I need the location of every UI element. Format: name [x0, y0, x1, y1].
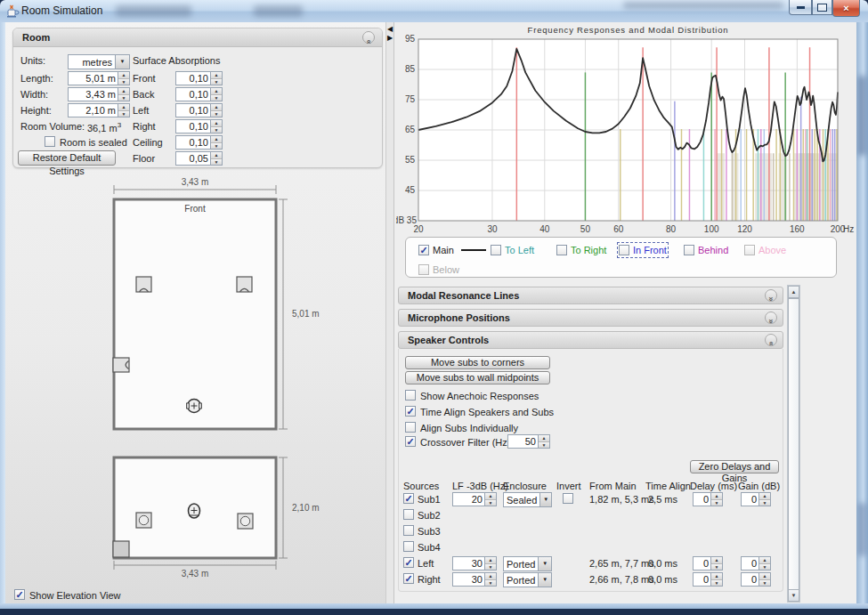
- source-checkbox-right[interactable]: ✓: [403, 573, 414, 584]
- spinner-up-icon[interactable]: ▲: [759, 493, 770, 500]
- room-is-sealed-checkbox[interactable]: [45, 136, 55, 147]
- scroll-up-button[interactable]: ▲: [788, 286, 799, 298]
- frequency-response-chart[interactable]: Frequency Responses and Modal Distributi…: [396, 25, 856, 240]
- legend-item-in-front[interactable]: In Front: [619, 244, 667, 256]
- spinner-down-icon[interactable]: ▼: [211, 143, 222, 150]
- absorption-spinner-left[interactable]: 0,10▲▼: [175, 103, 223, 117]
- source-checkbox-sub3[interactable]: [403, 525, 414, 536]
- spinner-up-icon[interactable]: ▲: [711, 557, 722, 564]
- absorption-spinner-ceiling[interactable]: 0,10▲▼: [175, 135, 223, 150]
- speaker-checkbox-time-align-speakers-and-subs[interactable]: ✓: [405, 406, 416, 417]
- left-speaker-elevation[interactable]: [136, 513, 151, 528]
- spinner-up-icon[interactable]: ▲: [211, 120, 222, 127]
- section-microphone-positions[interactable]: Microphone Positions »: [398, 309, 783, 327]
- source-checkbox-sub1[interactable]: ✓: [403, 493, 414, 504]
- scroll-down-button[interactable]: ▼: [788, 589, 799, 602]
- collapse-left-icon[interactable]: ◀: [387, 26, 393, 33]
- legend-checkbox-behind[interactable]: [684, 245, 694, 255]
- room-panel-header[interactable]: Room »: [13, 28, 382, 47]
- legend-checkbox-to-right[interactable]: [556, 245, 567, 255]
- legend-checkbox-below[interactable]: [418, 264, 429, 275]
- spinner-up-icon[interactable]: ▲: [211, 104, 222, 111]
- spinner-up-icon[interactable]: ▲: [211, 136, 222, 143]
- spinner-up-icon[interactable]: ▲: [711, 573, 722, 580]
- spinner-down-icon[interactable]: ▼: [759, 580, 770, 587]
- spinner-up-icon[interactable]: ▲: [711, 493, 722, 500]
- spinner-up-icon[interactable]: ▲: [539, 435, 549, 442]
- section-modal-resonance-lines[interactable]: Modal Resonance Lines »: [398, 287, 783, 304]
- maximize-button[interactable]: [812, 0, 832, 15]
- legend-item-above[interactable]: Above: [744, 244, 786, 256]
- invert-checkbox-sub1[interactable]: [563, 493, 573, 504]
- spinner-up-icon[interactable]: ▲: [211, 72, 222, 79]
- spinner-up-icon[interactable]: ▲: [759, 573, 770, 580]
- minimize-button[interactable]: [789, 0, 812, 15]
- spinner-up-icon[interactable]: ▲: [485, 557, 496, 564]
- restore-default-settings-button[interactable]: Restore Default Settings: [18, 150, 116, 166]
- absorption-spinner-right[interactable]: 0,10▲▼: [175, 119, 223, 134]
- enclosure-select-left[interactable]: Ported▼: [503, 556, 552, 571]
- crossover-frequency-spinner[interactable]: 50▲▼: [507, 434, 550, 449]
- pane-splitter[interactable]: ◀ ▶: [385, 22, 394, 603]
- absorption-spinner-floor[interactable]: 0,05▲▼: [175, 151, 223, 166]
- right-pane-scrollbar[interactable]: ▲ ▼: [787, 285, 800, 603]
- spinner-down-icon[interactable]: ▼: [711, 580, 722, 587]
- left-speaker-top-view[interactable]: [136, 277, 151, 292]
- room-dim-spinner-length[interactable]: 5,01 m▲▼: [68, 71, 130, 85]
- expand-section-button[interactable]: »: [765, 312, 777, 324]
- show-elevation-view-checkbox[interactable]: ✓: [14, 589, 25, 600]
- spinner-up-icon[interactable]: ▲: [118, 88, 129, 95]
- legend-item-to-right[interactable]: To Right: [556, 244, 606, 256]
- lf-cutoff-spinner-right[interactable]: 30▲▼: [452, 572, 497, 587]
- spinner-down-icon[interactable]: ▼: [211, 111, 222, 117]
- spinner-down-icon[interactable]: ▼: [485, 580, 496, 587]
- legend-checkbox-main[interactable]: ✓: [418, 245, 429, 255]
- spinner-down-icon[interactable]: ▼: [485, 500, 496, 506]
- spinner-up-icon[interactable]: ▲: [485, 493, 496, 500]
- enclosure-select-sub1[interactable]: Sealed▼: [503, 492, 552, 507]
- spinner-down-icon[interactable]: ▼: [759, 500, 770, 506]
- absorption-spinner-front[interactable]: 0,10▲▼: [175, 71, 223, 85]
- legend-checkbox-to-left[interactable]: [491, 245, 501, 255]
- spinner-down-icon[interactable]: ▼: [211, 95, 222, 101]
- spinner-up-icon[interactable]: ▲: [118, 72, 129, 79]
- spinner-down-icon[interactable]: ▼: [711, 564, 722, 570]
- legend-item-main[interactable]: ✓Main: [418, 244, 486, 256]
- scrollbar-thumb[interactable]: [788, 298, 799, 590]
- delay-spinner-sub1[interactable]: 0▲▼: [693, 492, 723, 506]
- spinner-up-icon[interactable]: ▲: [118, 104, 129, 111]
- spinner-down-icon[interactable]: ▼: [711, 500, 722, 506]
- spinner-down-icon[interactable]: ▼: [539, 442, 549, 449]
- crossover-filter-checkbox[interactable]: ✓: [405, 436, 416, 447]
- spinner-down-icon[interactable]: ▼: [211, 127, 222, 134]
- source-checkbox-left[interactable]: ✓: [403, 557, 414, 568]
- source-checkbox-sub2[interactable]: [403, 509, 414, 520]
- expand-section-button[interactable]: »: [765, 289, 777, 302]
- source-checkbox-sub4[interactable]: [403, 541, 414, 552]
- spinner-down-icon[interactable]: ▼: [211, 159, 222, 166]
- spinner-down-icon[interactable]: ▼: [118, 79, 129, 85]
- gain-spinner-left[interactable]: 0▲▼: [741, 556, 771, 570]
- room-dim-spinner-height[interactable]: 2,10 m▲▼: [68, 103, 130, 117]
- speaker-checkbox-align-subs-individually[interactable]: [405, 422, 416, 433]
- speaker-checkbox-show-anechoic-responses[interactable]: [405, 390, 416, 401]
- legend-item-below[interactable]: Below: [418, 263, 459, 276]
- move-subs-to-wall-midpoints-button[interactable]: Move subs to wall midpoints: [405, 371, 550, 384]
- absorption-spinner-back[interactable]: 0,10▲▼: [175, 87, 223, 101]
- move-subs-to-corners-button[interactable]: Move subs to corners: [405, 356, 550, 369]
- sub1-top-view[interactable]: [113, 358, 129, 372]
- lf-cutoff-spinner-left[interactable]: 30▲▼: [452, 556, 497, 570]
- gain-spinner-right[interactable]: 0▲▼: [741, 572, 771, 587]
- legend-checkbox-above[interactable]: [744, 245, 755, 255]
- right-speaker-elevation[interactable]: [238, 514, 253, 529]
- delay-spinner-right[interactable]: 0▲▼: [693, 572, 723, 587]
- delay-spinner-left[interactable]: 0▲▼: [693, 556, 723, 570]
- section-speaker-controls[interactable]: Speaker Controls »: [398, 331, 783, 349]
- collapse-room-button[interactable]: »: [362, 31, 375, 44]
- spinner-up-icon[interactable]: ▲: [759, 557, 770, 564]
- close-button[interactable]: ×: [832, 0, 860, 17]
- lf-cutoff-spinner-sub1[interactable]: 20▲▼: [452, 492, 497, 506]
- collapse-section-button[interactable]: »: [765, 334, 777, 346]
- collapse-right-icon[interactable]: ▶: [387, 35, 393, 42]
- listener-top-view[interactable]: [187, 400, 202, 413]
